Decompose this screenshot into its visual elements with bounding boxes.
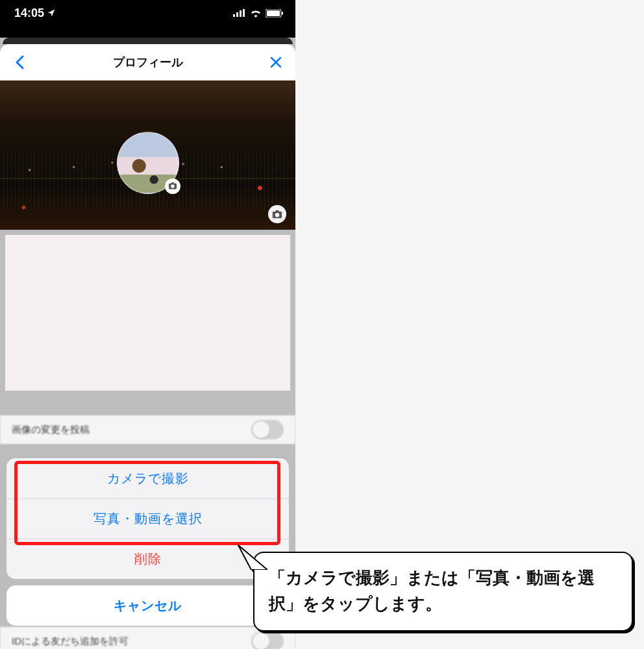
wifi-icon — [250, 9, 262, 18]
svg-rect-2 — [240, 10, 242, 17]
toggle[interactable] — [251, 631, 284, 649]
svg-rect-5 — [267, 10, 280, 16]
cover-camera-button[interactable] — [268, 205, 286, 223]
action-sheet-cancel-group: キャンセル — [6, 585, 289, 626]
callout-text: 「カメラで撮影」または「写真・動画を選択」をタップします。 — [269, 568, 595, 613]
avatar-camera-button[interactable] — [165, 178, 180, 194]
setting-post-image-change: 画像の変更を投稿 — [0, 415, 295, 444]
profile-fields-panel — [5, 235, 290, 391]
chevron-left-icon — [15, 55, 24, 69]
toggle[interactable] — [251, 420, 284, 439]
camera-icon — [168, 182, 177, 190]
action-select-media[interactable]: 写真・動画を選択 — [6, 498, 289, 539]
svg-rect-1 — [236, 12, 238, 17]
cellular-icon — [233, 9, 246, 17]
tutorial-callout: 「カメラで撮影」または「写真・動画を選択」をタップします。 — [253, 552, 633, 631]
back-button[interactable] — [10, 53, 29, 71]
card-top — [3, 38, 293, 44]
statusbar: 14:05 — [0, 0, 295, 26]
setting-label: 画像の変更を投稿 — [12, 424, 90, 436]
profile-avatar[interactable] — [117, 132, 179, 194]
navbar: プロフィール — [0, 44, 295, 80]
svg-rect-0 — [233, 14, 235, 17]
svg-rect-3 — [243, 9, 245, 17]
action-cancel[interactable]: キャンセル — [6, 585, 289, 626]
page-title: プロフィール — [113, 55, 183, 70]
sheet-peek — [0, 26, 295, 38]
location-icon — [47, 8, 56, 18]
callout-tail-icon — [235, 544, 267, 570]
close-icon — [269, 56, 282, 69]
status-time: 14:05 — [14, 6, 44, 20]
setting-label: IDによる友だち追加を許可 — [12, 635, 129, 648]
close-button[interactable] — [267, 53, 285, 71]
camera-icon — [272, 210, 282, 219]
cover-photo[interactable] — [0, 80, 295, 230]
action-camera[interactable]: カメラで撮影 — [6, 458, 289, 498]
svg-rect-6 — [282, 12, 283, 15]
battery-icon — [266, 9, 284, 18]
